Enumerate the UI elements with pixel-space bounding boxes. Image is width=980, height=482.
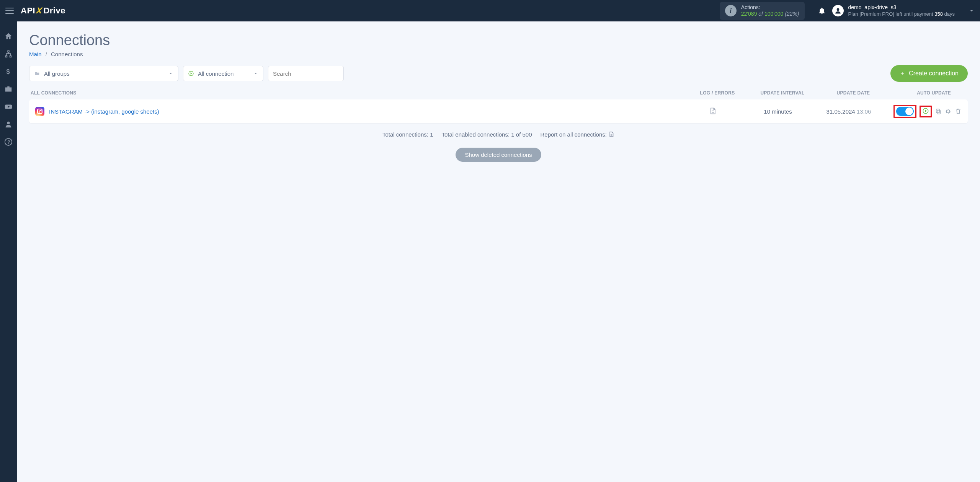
svg-rect-14 bbox=[936, 109, 939, 113]
logo-x: X bbox=[36, 6, 43, 16]
home-icon[interactable] bbox=[4, 32, 13, 41]
create-connection-button[interactable]: Create connection bbox=[890, 65, 968, 82]
user-icon bbox=[834, 7, 842, 15]
chevron-down-icon[interactable] bbox=[969, 8, 975, 14]
footer-stats: Total connections: 1 Total enabled conne… bbox=[29, 131, 968, 138]
bell-icon[interactable] bbox=[818, 7, 826, 15]
th-all: ALL CONNECTIONS bbox=[31, 90, 687, 96]
instagram-icon bbox=[35, 107, 44, 116]
svg-marker-12 bbox=[925, 110, 927, 112]
help-icon[interactable]: ? bbox=[4, 138, 13, 146]
chevron-down-icon bbox=[253, 71, 258, 76]
sitemap-icon[interactable] bbox=[4, 50, 13, 58]
page-title: Connections bbox=[29, 32, 968, 49]
svg-rect-13 bbox=[937, 110, 940, 114]
connection-link[interactable]: INSTAGRAM -> (instagram, google sheets) bbox=[49, 108, 159, 115]
chevron-down-icon bbox=[168, 71, 173, 76]
sidebar: $ ? bbox=[0, 21, 17, 482]
breadcrumb: Main / Connections bbox=[29, 51, 968, 57]
groups-dropdown[interactable]: All groups bbox=[29, 66, 178, 81]
avatar bbox=[832, 5, 844, 16]
svg-point-0 bbox=[836, 8, 839, 11]
svg-point-4 bbox=[7, 122, 10, 124]
topbar: API X Drive i Actions: 22'089 of 100'000… bbox=[0, 0, 980, 21]
file-text-icon[interactable] bbox=[608, 131, 614, 138]
th-interval: UPDATE INTERVAL bbox=[748, 90, 817, 96]
file-text-icon[interactable] bbox=[709, 107, 717, 115]
row-interval: 10 minutes bbox=[743, 108, 812, 115]
info-icon: i bbox=[725, 5, 737, 16]
logo[interactable]: API X Drive bbox=[21, 6, 65, 16]
show-deleted-button[interactable]: Show deleted connections bbox=[456, 148, 541, 162]
actions-label: Actions: bbox=[741, 4, 799, 11]
actions-usage-box[interactable]: i Actions: 22'089 of 100'000 (22%) bbox=[720, 2, 805, 20]
row-controls bbox=[885, 105, 962, 118]
table-header: ALL CONNECTIONS LOG / ERRORS UPDATE INTE… bbox=[29, 90, 968, 99]
enabled-connections: Total enabled connections: 1 of 500 bbox=[441, 131, 532, 138]
logo-drive: Drive bbox=[43, 6, 65, 16]
breadcrumb-main-link[interactable]: Main bbox=[29, 51, 42, 57]
user-name: demo_apix-drive_s3 bbox=[848, 4, 955, 11]
actions-total: 100'000 bbox=[764, 11, 783, 17]
breadcrumb-current: Connections bbox=[51, 51, 83, 57]
th-log: LOG / ERRORS bbox=[687, 90, 748, 96]
play-circle-icon bbox=[188, 70, 194, 77]
youtube-icon[interactable] bbox=[4, 103, 13, 111]
th-date: UPDATE DATE bbox=[817, 90, 890, 96]
actions-of: of bbox=[758, 11, 763, 17]
report-all: Report on all connections: bbox=[541, 131, 615, 138]
conn-filter-label: All connection bbox=[198, 70, 234, 77]
highlight-box-toggle bbox=[893, 105, 916, 118]
profile-icon[interactable] bbox=[4, 120, 13, 129]
search-input[interactable] bbox=[273, 70, 339, 77]
dollar-icon[interactable]: $ bbox=[4, 67, 13, 76]
row-date: 31.05.2024 13:06 bbox=[812, 108, 885, 115]
highlight-box-run bbox=[920, 106, 932, 117]
main-content: Connections Main / Connections All group… bbox=[17, 21, 980, 482]
auto-update-toggle[interactable] bbox=[896, 107, 914, 116]
actions-count: 22'089 bbox=[741, 11, 757, 17]
briefcase-icon[interactable] bbox=[4, 85, 13, 93]
run-icon[interactable] bbox=[922, 107, 929, 114]
actions-text: Actions: 22'089 of 100'000 (22%) bbox=[741, 4, 799, 18]
groups-label: All groups bbox=[44, 70, 70, 77]
total-connections: Total connections: 1 bbox=[382, 131, 433, 138]
table-row: INSTAGRAM -> (instagram, google sheets) … bbox=[29, 99, 968, 123]
gear-icon[interactable] bbox=[945, 108, 952, 115]
trash-icon[interactable] bbox=[955, 108, 962, 115]
create-label: Create connection bbox=[909, 70, 959, 77]
actions-pct: (22%) bbox=[785, 11, 799, 17]
connection-filter-dropdown[interactable]: All connection bbox=[183, 66, 263, 81]
breadcrumb-sep: / bbox=[46, 51, 47, 57]
logo-api: API bbox=[21, 6, 35, 16]
user-meta: demo_apix-drive_s3 Plan |Premium PRO| le… bbox=[848, 4, 955, 17]
th-auto: AUTO UPDATE bbox=[890, 90, 966, 96]
search-box[interactable] bbox=[268, 66, 344, 81]
filters-row: All groups All connection Create connect… bbox=[29, 65, 968, 82]
user-block[interactable]: demo_apix-drive_s3 Plan |Premium PRO| le… bbox=[832, 4, 975, 17]
copy-icon[interactable] bbox=[935, 108, 942, 115]
menu-toggle-icon[interactable] bbox=[5, 6, 15, 16]
plus-icon bbox=[900, 71, 905, 76]
folder-icon bbox=[34, 71, 40, 76]
svg-marker-8 bbox=[191, 72, 192, 74]
svg-text:?: ? bbox=[7, 139, 10, 145]
user-plan: Plan |Premium PRO| left until payment 35… bbox=[848, 11, 955, 17]
svg-text:$: $ bbox=[7, 68, 10, 75]
